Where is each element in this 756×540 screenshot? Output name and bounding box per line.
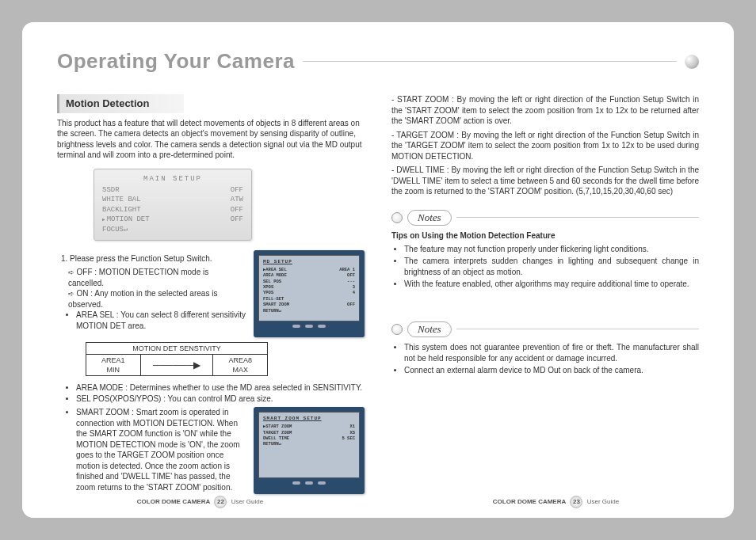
area-sel-list: AREA SEL : You can select 8 different se…: [76, 310, 246, 331]
section-heading: Motion Detection: [57, 94, 184, 113]
tips-title: Tips on Using the Motion Detection Featu…: [391, 230, 699, 241]
setup-row-selected: MOTION DETOFF: [102, 215, 243, 225]
left-column: Motion Detection This product has a feat…: [57, 94, 365, 494]
sensitivity-table: MOTION DET SENSTIVITY AREA1MIN ──────▶ A…: [86, 342, 268, 376]
md-setup-screen: MD SETUP ▶AREA SELAREA 1 AREA MODEOFF SE…: [258, 255, 360, 321]
right-column: - START ZOOM : By moving the left or rig…: [391, 94, 699, 494]
notes-list-2: This system does not guarantee preventio…: [404, 342, 699, 376]
smart-zoom-item: SMART ZOOM : Smart zoom is operated in c…: [76, 407, 246, 492]
dwell-time-def: - DWELL TIME : By moving the left or rig…: [391, 165, 699, 197]
monitor-buttons-icon: [258, 481, 360, 485]
footer-right: COLOR DOME CAMERA 23 User Guide: [493, 496, 619, 508]
target-zoom-def: - TARGET ZOOM : By moving the left or ri…: [391, 130, 699, 162]
off-on-list: OFF : MOTION DETECTION mode is cancelled…: [68, 267, 246, 310]
pin-icon: [391, 212, 403, 223]
footer-left: COLOR DOME CAMERA 22 User Guide: [137, 496, 263, 508]
setup-row: FOCUS↵: [102, 225, 243, 235]
step-and-monitor: Please press the Function Setup Switch. …: [57, 250, 365, 337]
manual-page: Operating Your Camera Motion Detection T…: [22, 22, 734, 518]
page-number-right: 23: [570, 496, 582, 508]
smartzoom-row: SMART ZOOM : Smart zoom is operated in c…: [57, 407, 365, 494]
footer: COLOR DOME CAMERA 22 User Guide COLOR DO…: [22, 496, 734, 508]
area-mode: AREA MODE : Determines whether to use th…: [76, 382, 365, 394]
title-row: Operating Your Camera: [57, 49, 699, 74]
smart-zoom-monitor: SMART ZOOM SETUP ▶START ZOOMX1 TARGET ZO…: [254, 407, 365, 494]
arrow-icon: ──────▶: [140, 354, 213, 375]
sphere-icon: [685, 55, 699, 69]
intro-text: This product has a feature that will det…: [57, 118, 365, 161]
area-sel: AREA SEL : You can select 8 different se…: [76, 310, 246, 331]
on-item: ON : Any motion in the selected areas is…: [68, 288, 246, 310]
sel-pos: SEL POS(XPOS/YPOS) : You can control MD …: [76, 394, 365, 405]
main-setup-panel: MAIN SETUP SSDROFF WHITE BALATW BACKLIGH…: [94, 169, 252, 241]
smart-zoom-screen: SMART ZOOM SETUP ▶START ZOOMX1 TARGET ZO…: [258, 412, 360, 478]
setup-row: BACKLIGHTOFF: [102, 205, 243, 215]
md-setup-monitor: MD SETUP ▶AREA SELAREA 1 AREA MODEOFF SE…: [254, 250, 365, 337]
page-title: Operating Your Camera: [57, 49, 295, 74]
main-setup-title: MAIN SETUP: [102, 174, 243, 184]
setup-row: SSDROFF: [102, 185, 243, 196]
tips-list: The feature may not function properly un…: [404, 244, 699, 290]
step-list: Please press the Function Setup Switch.: [70, 253, 246, 264]
page-number-left: 22: [214, 496, 227, 508]
notes-heading-2: Notes: [391, 321, 699, 338]
definitions-list: AREA MODE : Determines whether to use th…: [76, 382, 365, 404]
pin-icon: [391, 324, 403, 335]
off-item: OFF : MOTION DETECTION mode is cancelled…: [68, 267, 246, 288]
monitor-buttons-icon: [258, 325, 360, 328]
notes-heading-1: Notes: [391, 210, 699, 226]
setup-row: WHITE BALATW: [102, 195, 243, 205]
start-zoom-def: - START ZOOM : By moving the left or rig…: [391, 94, 699, 127]
step-1: Please press the Function Setup Switch.: [70, 253, 246, 264]
columns: Motion Detection This product has a feat…: [57, 94, 699, 494]
title-rule: [303, 61, 677, 62]
